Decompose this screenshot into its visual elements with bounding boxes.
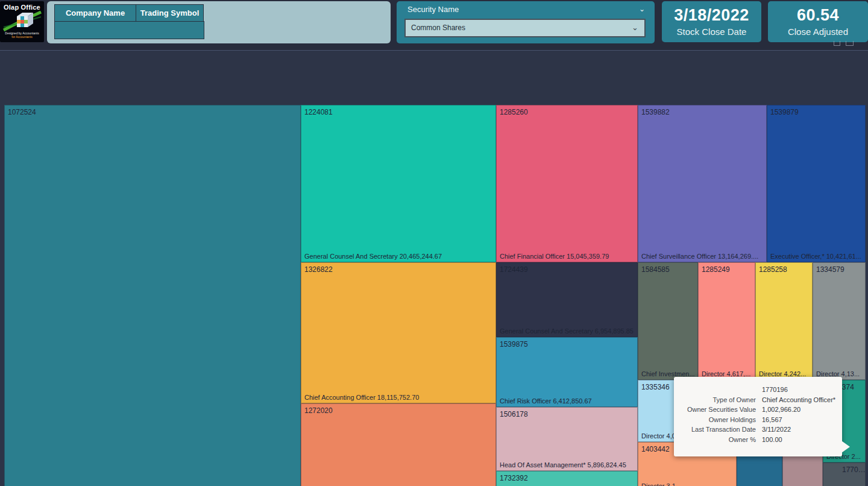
treemap-tile-1285249[interactable]: 1285249Director 4,617,... <box>698 262 755 380</box>
logo-subtitle: Designed by Accountants for Accountants <box>0 31 44 39</box>
tile-id: 1285260 <box>500 108 635 116</box>
company-table-headers: Company Name Trading Symbol <box>54 4 204 22</box>
tooltip-row: Owner %100.00 <box>681 435 834 445</box>
tooltip-row-value: 100.00 <box>762 435 782 445</box>
treemap-tile-1334579[interactable]: 1334579Director 4,13... <box>813 262 866 380</box>
tile-label: Head Of Asset Management* 5,896,824.45 <box>500 461 636 469</box>
tooltip-row: Owner Holdings16,567 <box>681 415 834 425</box>
treemap-tile-1285260[interactable]: 1285260Chief Financial Officer 15,045,35… <box>496 105 638 262</box>
tile-id: 1506178 <box>500 410 635 418</box>
dropdown-selected-value: Common Shares <box>411 24 465 32</box>
tile-id: 1285249 <box>702 265 752 274</box>
tile-id: 1334579 <box>816 265 863 274</box>
company-table-empty-row[interactable] <box>54 21 204 39</box>
tile-id: 1285258 <box>759 265 810 274</box>
tile-label: Executive Officer,* 10,421,61... <box>770 253 864 260</box>
tooltip-row: Type of OwnerChief Accounting Officer* <box>681 395 834 405</box>
tooltip-row-label: Last Transaction Date <box>681 424 756 435</box>
tile-label: General Counsel And Secretary 6,954,895.… <box>500 327 636 335</box>
treemap-tile-1224081[interactable]: 1224081General Counsel And Secretary 20,… <box>301 105 496 262</box>
tooltip-row-value: 1,002,966.20 <box>762 405 800 415</box>
tooltip-row-value: 1770196 <box>762 385 788 395</box>
tooltip-row-value: Chief Accounting Officer* <box>762 395 835 405</box>
company-table-card: Company Name Trading Symbol <box>47 1 391 43</box>
tooltip-row-label: Owner Holdings <box>681 415 756 425</box>
stock-close-date-label: Stock Close Date <box>662 27 761 37</box>
tile-id: 1539879 <box>770 108 863 116</box>
tooltip-arrow <box>841 441 850 453</box>
filters-icon[interactable] <box>832 39 841 46</box>
treemap-tile-1272020[interactable]: 1272020Director 16,847,676.88 <box>301 403 496 486</box>
tooltip-row-label <box>681 385 756 395</box>
tile-id: 1724439 <box>500 265 635 274</box>
treemap-tile-1584585[interactable]: 1584585Chief Investmen... <box>638 262 698 380</box>
tile-id: 1072524 <box>8 108 298 116</box>
column-header-company-name: Company Name <box>54 4 136 22</box>
tile-label: Chief Surveillance Officer 13,164,269...… <box>641 253 765 260</box>
tile-id: 1732392 <box>500 474 635 482</box>
treemap-tile-1326822[interactable]: 1326822Chief Accounting Officer 18,115,7… <box>301 262 496 403</box>
tile-label: Chief Risk Officer 6,412,850.67 <box>500 397 636 405</box>
tile-id: 1224081 <box>304 108 493 116</box>
tooltip-row-label: Owner Securities Value <box>681 405 756 415</box>
logo-subtitle-line2: for Accountants <box>0 35 44 39</box>
visual-header-icons <box>832 39 854 46</box>
treemap-tile-1539882[interactable]: 1539882Chief Surveillance Officer 13,164… <box>638 105 767 262</box>
treemap-tile-1724439[interactable]: 1724439General Counsel And Secretary 6,9… <box>496 262 638 337</box>
tile-id: 1584585 <box>641 265 695 274</box>
tile-id: 1272020 <box>304 406 493 415</box>
tile-id: 1770196 <box>842 465 866 474</box>
treemap-tile-1072524[interactable]: 1072524Director, Deputy Chairman/Preside… <box>4 105 301 486</box>
dropdown-chevron-icon[interactable]: ⌄ <box>632 23 638 32</box>
treemap-tile-1506178[interactable]: 1506178Head Of Asset Management* 5,896,8… <box>496 407 638 471</box>
logo-cube-icon <box>2 11 42 31</box>
treemap-tile-1539879[interactable]: 1539879Executive Officer,* 10,421,61... <box>767 105 866 262</box>
close-adjusted-label: Close Adjusted <box>768 27 868 37</box>
security-name-dropdown[interactable]: Common Shares ⌄ <box>404 19 646 37</box>
focus-mode-icon[interactable] <box>845 39 854 46</box>
stock-close-date-card: 3/18/2022 Stock Close Date <box>662 1 761 42</box>
slicer-title: Security Name <box>407 5 459 14</box>
chevron-down-icon[interactable]: ⌄ <box>639 5 645 13</box>
security-name-slicer: Security Name ⌄ Common Shares ⌄ <box>397 1 655 43</box>
treemap-tile-1732392[interactable]: 1732392Chief Credit Officer 5,885,277.59 <box>496 471 638 486</box>
logo-title: Olap Office <box>0 1 44 11</box>
tile-id: 1539882 <box>641 108 764 116</box>
tooltip-row-value: 3/11/2022 <box>762 424 791 435</box>
tooltip-row: 1770196 <box>681 385 834 395</box>
tile-label: General Counsel And Secretary 20,465,244… <box>304 253 494 260</box>
owner-tooltip: 1770196Type of OwnerChief Accounting Off… <box>674 377 842 456</box>
tile-label: Chief Accounting Officer 18,115,752.70 <box>304 394 494 401</box>
close-adjusted-card: 60.54 Close Adjusted <box>768 1 868 42</box>
treemap-tile-1539875[interactable]: 1539875Chief Risk Officer 6,412,850.67 <box>496 337 638 407</box>
tile-id: 1326822 <box>304 265 493 274</box>
tooltip-row: Owner Securities Value1,002,966.20 <box>681 405 834 415</box>
tooltip-row-label: Owner % <box>681 435 756 445</box>
top-header-bar: Olap Office Designed by Accountants for … <box>0 0 868 51</box>
tile-label: Chief Financial Officer 15,045,359.79 <box>500 253 636 260</box>
olap-office-logo: Olap Office Designed by Accountants for … <box>0 1 44 42</box>
treemap-tile-1285258[interactable]: 1285258Director 4,242... <box>755 262 813 380</box>
stock-close-date-value: 3/18/2022 <box>662 6 761 25</box>
tooltip-row-label: Type of Owner <box>681 395 756 405</box>
column-header-trading-symbol: Trading Symbol <box>136 4 204 22</box>
tile-label: Director 3,1 <box>641 482 735 486</box>
close-adjusted-value: 60.54 <box>768 6 868 25</box>
tooltip-row: Last Transaction Date3/11/2022 <box>681 424 834 435</box>
tooltip-row-value: 16,567 <box>762 415 782 425</box>
tile-id: 1539875 <box>500 340 635 349</box>
treemap-tile-1770196[interactable]: 1770196 <box>823 462 866 486</box>
